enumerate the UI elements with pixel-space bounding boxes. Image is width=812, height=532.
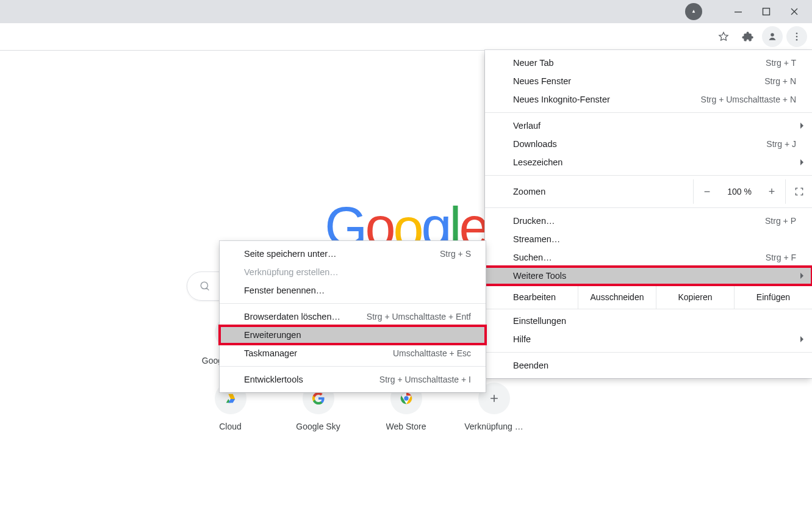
edit-cut-button[interactable]: Ausschneiden <box>578 286 656 309</box>
menu-print[interactable]: Drucken…Strg + P <box>485 212 812 230</box>
svg-point-11 <box>404 396 408 400</box>
incognito-badge-icon <box>685 3 702 20</box>
svg-rect-1 <box>763 9 770 15</box>
menu-find[interactable]: Suchen…Strg + F <box>485 248 812 267</box>
menu-downloads[interactable]: DownloadsStrg + J <box>485 135 812 153</box>
menu-zoom-row: Zoomen − 100 % + <box>485 179 812 204</box>
fullscreen-button[interactable] <box>785 179 812 204</box>
svg-point-5 <box>796 39 798 41</box>
browser-toolbar <box>0 23 812 50</box>
menu-bookmarks[interactable]: Lesezeichen <box>485 153 812 171</box>
shortcut-label: Cloud <box>219 422 242 431</box>
menu-history[interactable]: Verlauf <box>485 117 812 135</box>
chrome-main-menu: Neuer TabStrg + T Neues FensterStrg + N … <box>485 50 812 378</box>
shortcut-label: Web Store <box>386 422 426 431</box>
menu-zoom-label: Zoomen <box>485 179 693 204</box>
menu-new-tab[interactable]: Neuer TabStrg + T <box>485 54 812 72</box>
menu-new-window[interactable]: Neues FensterStrg + N <box>485 72 812 90</box>
submenu-create-shortcut: Verknüpfung erstellen… <box>220 263 486 281</box>
svg-point-4 <box>796 36 798 38</box>
submenu-clear-browsing-data[interactable]: Browserdaten löschen…Strg + Umschalttast… <box>220 307 486 326</box>
svg-point-2 <box>771 33 774 37</box>
menu-exit[interactable]: Beenden <box>485 356 812 375</box>
kebab-menu-button[interactable] <box>786 26 807 47</box>
submenu-save-page[interactable]: Seite speichern unter…Strg + S <box>220 245 486 263</box>
menu-edit-label: Bearbeiten <box>485 286 578 309</box>
menu-new-incognito[interactable]: Neues Inkognito-FensterStrg + Umschaltta… <box>485 90 812 109</box>
shortcut-label: Verknüpfung … <box>464 422 523 431</box>
menu-help[interactable]: Hilfe <box>485 330 812 348</box>
menu-cast[interactable]: Streamen… <box>485 230 812 248</box>
zoom-value: 100 % <box>720 187 758 196</box>
menu-edit-row: Bearbeiten Ausschneiden Kopieren Einfüge… <box>485 285 812 309</box>
submenu-extensions[interactable]: Erweiterungen <box>220 326 486 344</box>
submenu-developer-tools[interactable]: EntwicklertoolsStrg + Umschalttaste + I <box>220 370 486 389</box>
window-minimize-button[interactable] <box>724 2 752 21</box>
window-close-button[interactable] <box>780 2 808 21</box>
svg-rect-0 <box>735 12 742 12</box>
zoom-in-button[interactable]: + <box>758 185 785 198</box>
profile-avatar-icon[interactable] <box>762 26 783 47</box>
search-icon <box>199 281 210 292</box>
submenu-name-window[interactable]: Fenster benennen… <box>220 281 486 300</box>
menu-settings[interactable]: Einstellungen <box>485 312 812 330</box>
window-maximize-button[interactable] <box>752 2 780 21</box>
more-tools-submenu: Seite speichern unter…Strg + S Verknüpfu… <box>220 241 486 392</box>
submenu-task-manager[interactable]: TaskmanagerUmschalttaste + Esc <box>220 344 486 362</box>
zoom-out-button[interactable]: − <box>694 185 720 198</box>
bookmark-star-icon[interactable] <box>713 26 734 47</box>
shortcut-label: Google Sky <box>296 422 340 431</box>
edit-paste-button[interactable]: Einfügen <box>734 286 812 309</box>
extensions-puzzle-icon[interactable] <box>738 26 758 47</box>
svg-point-3 <box>796 32 798 34</box>
window-titlebar <box>0 0 812 23</box>
edit-copy-button[interactable]: Kopieren <box>656 286 734 309</box>
menu-more-tools[interactable]: Weitere Tools <box>485 267 812 285</box>
